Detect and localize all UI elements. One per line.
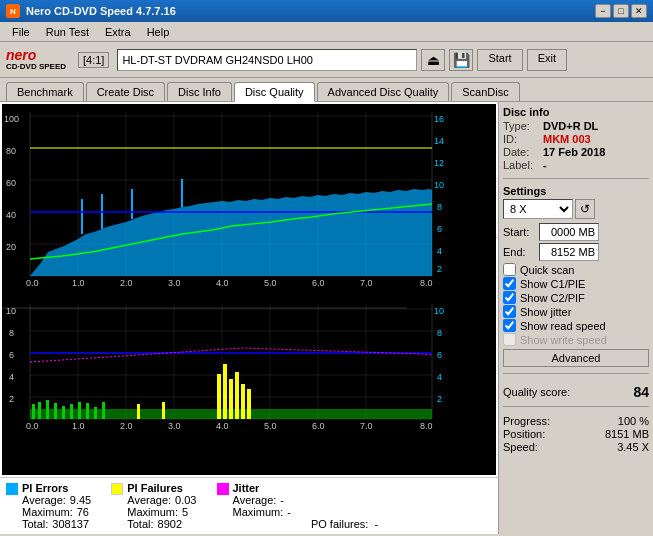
right-panel: Disc info Type: DVD+R DL ID: MKM 003 Dat… xyxy=(498,102,653,534)
svg-text:7.0: 7.0 xyxy=(360,278,373,288)
chart-svg: 100 80 60 40 20 16 14 12 10 8 6 4 2 xyxy=(2,104,496,475)
svg-rect-77 xyxy=(62,406,65,419)
maximize-button[interactable]: □ xyxy=(613,4,629,18)
svg-rect-78 xyxy=(70,404,73,419)
progress-label: Progress: xyxy=(503,415,550,427)
refresh-button[interactable]: ↺ xyxy=(575,199,595,219)
end-input[interactable] xyxy=(539,243,599,261)
tab-advanced-disc-quality[interactable]: Advanced Disc Quality xyxy=(317,82,450,101)
pi-errors-avg-value: 9.45 xyxy=(70,494,91,506)
svg-rect-83 xyxy=(217,374,221,419)
svg-text:6.0: 6.0 xyxy=(312,421,325,431)
disc-info-title: Disc info xyxy=(503,106,649,118)
title-bar: N Nero CD-DVD Speed 4.7.7.16 − □ ✕ xyxy=(0,0,653,22)
speed-row: 8 X ↺ xyxy=(503,199,649,219)
divider-2 xyxy=(503,373,649,374)
svg-rect-88 xyxy=(247,389,251,419)
disc-info-section: Disc info Type: DVD+R DL ID: MKM 003 Dat… xyxy=(503,106,649,172)
menu-extra[interactable]: Extra xyxy=(97,25,139,39)
jitter-avg-label: Average: xyxy=(233,494,277,506)
pi-errors-title: PI Errors xyxy=(22,482,91,494)
svg-rect-84 xyxy=(223,364,227,419)
svg-text:8.0: 8.0 xyxy=(420,421,433,431)
svg-rect-73 xyxy=(32,404,35,419)
svg-text:40: 40 xyxy=(6,210,16,220)
svg-rect-82 xyxy=(102,402,105,419)
nero-logo: nero CD·DVD SPEED xyxy=(6,48,66,71)
quick-scan-checkbox[interactable] xyxy=(503,263,516,276)
tab-disc-quality[interactable]: Disc Quality xyxy=(234,82,315,102)
show-write-speed-row: Show write speed xyxy=(503,333,649,346)
tab-create-disc[interactable]: Create Disc xyxy=(86,82,165,101)
svg-text:2: 2 xyxy=(9,394,14,404)
disc-label-value: - xyxy=(543,159,547,171)
speed-select[interactable]: 8 X xyxy=(503,199,573,219)
legend-jitter: Jitter Average: - Maximum: - xyxy=(217,482,291,530)
pi-failures-total-label: Total: xyxy=(127,518,153,530)
end-row: End: xyxy=(503,243,649,261)
menu-help[interactable]: Help xyxy=(139,25,178,39)
pi-errors-total-label: Total: xyxy=(22,518,48,530)
position-row: Position: 8151 MB xyxy=(503,428,649,440)
pi-failures-avg-value: 0.03 xyxy=(175,494,196,506)
svg-text:10: 10 xyxy=(6,306,16,316)
app-icon: N xyxy=(6,4,20,18)
minimize-button[interactable]: − xyxy=(595,4,611,18)
save-button[interactable]: 💾 xyxy=(449,49,473,71)
show-c1pie-label: Show C1/PIE xyxy=(520,278,585,290)
svg-text:3.0: 3.0 xyxy=(168,278,181,288)
tab-disc-info[interactable]: Disc Info xyxy=(167,82,232,101)
progress-row: Progress: 100 % xyxy=(503,415,649,427)
settings-section: Settings 8 X ↺ Start: End: Quick scan xyxy=(503,185,649,367)
close-button[interactable]: ✕ xyxy=(631,4,647,18)
show-read-speed-label: Show read speed xyxy=(520,320,606,332)
disc-id-label: ID: xyxy=(503,133,539,145)
svg-text:2: 2 xyxy=(437,264,442,274)
show-c2pif-label: Show C2/PIF xyxy=(520,292,585,304)
disc-label-label: Label: xyxy=(503,159,539,171)
nero-brand: nero xyxy=(6,48,36,62)
svg-text:5.0: 5.0 xyxy=(264,278,277,288)
tab-scan-disc[interactable]: ScanDisc xyxy=(451,82,519,101)
pi-failures-total-value: 8902 xyxy=(158,518,182,530)
show-read-speed-checkbox[interactable] xyxy=(503,319,516,332)
svg-text:4: 4 xyxy=(9,372,14,382)
menu-bar: File Run Test Extra Help xyxy=(0,22,653,42)
show-write-speed-checkbox xyxy=(503,333,516,346)
pi-errors-color xyxy=(6,483,18,495)
advanced-button[interactable]: Advanced xyxy=(503,349,649,367)
svg-text:4: 4 xyxy=(437,246,442,256)
quality-score-value: 84 xyxy=(633,384,649,400)
disc-type-label: Type: xyxy=(503,120,539,132)
menu-file[interactable]: File xyxy=(4,25,38,39)
show-read-speed-row: Show read speed xyxy=(503,319,649,332)
pi-errors-max-value: 76 xyxy=(77,506,89,518)
drive-selector[interactable]: HL-DT-ST DVDRAM GH24NSD0 LH00 xyxy=(117,49,417,71)
show-c1pie-checkbox[interactable] xyxy=(503,277,516,290)
eject-button[interactable]: ⏏ xyxy=(421,49,445,71)
exit-button[interactable]: Exit xyxy=(527,49,567,71)
pi-errors-max-label: Maximum: xyxy=(22,506,73,518)
quick-scan-row: Quick scan xyxy=(503,263,649,276)
start-button[interactable]: Start xyxy=(477,49,522,71)
svg-rect-81 xyxy=(94,407,97,419)
show-jitter-checkbox[interactable] xyxy=(503,305,516,318)
svg-text:8.0: 8.0 xyxy=(420,278,433,288)
show-c2pif-checkbox[interactable] xyxy=(503,291,516,304)
svg-text:8: 8 xyxy=(437,202,442,212)
svg-text:80: 80 xyxy=(6,146,16,156)
jitter-color xyxy=(217,483,229,495)
svg-text:7.0: 7.0 xyxy=(360,421,373,431)
tab-benchmark[interactable]: Benchmark xyxy=(6,82,84,101)
start-input[interactable] xyxy=(539,223,599,241)
svg-text:14: 14 xyxy=(434,136,444,146)
svg-text:60: 60 xyxy=(6,178,16,188)
svg-text:2: 2 xyxy=(437,394,442,404)
legend-po-failures: PO failures: - xyxy=(311,518,378,530)
window-controls[interactable]: − □ ✕ xyxy=(595,4,647,18)
legend-pi-failures: PI Failures Average: 0.03 Maximum: 5 Tot… xyxy=(111,482,196,530)
tab-bar: Benchmark Create Disc Disc Info Disc Qua… xyxy=(0,78,653,102)
pi-failures-title: PI Failures xyxy=(127,482,196,494)
menu-run-test[interactable]: Run Test xyxy=(38,25,97,39)
svg-text:10: 10 xyxy=(434,180,444,190)
